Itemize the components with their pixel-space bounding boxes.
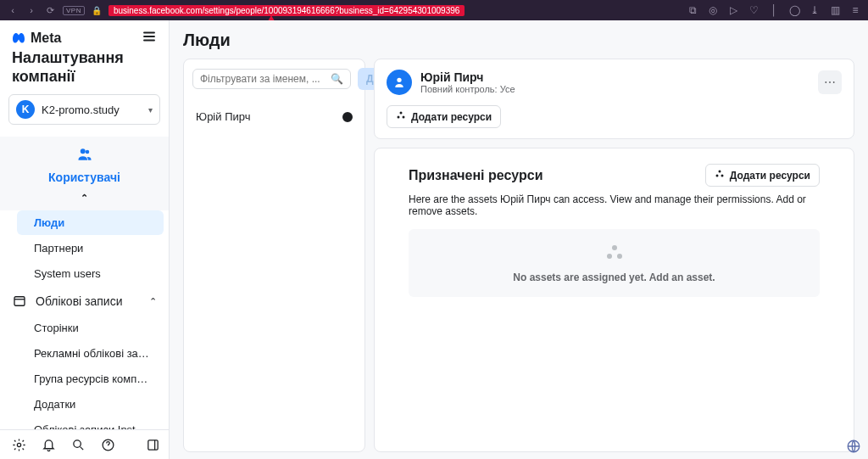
chevron-up-icon: ⌃ <box>81 193 88 204</box>
triad-icon <box>715 169 725 182</box>
forward-button[interactable]: › <box>25 4 37 16</box>
caret-down-icon: ▾ <box>148 105 153 115</box>
person-name: Юрій Пирч <box>196 110 250 123</box>
account-avatar: K <box>16 100 35 119</box>
screenshot-icon[interactable]: ⧉ <box>687 4 698 16</box>
search-icon[interactable] <box>71 437 86 452</box>
detail-person-name: Юрій Пирч <box>420 70 810 84</box>
svg-point-14 <box>718 171 721 173</box>
svg-point-13 <box>403 116 405 119</box>
nav-item-apps[interactable]: Додатки <box>17 392 164 417</box>
person-detail-card: Юрій Пирч Повний контроль: Усе ⋯ Додати … <box>374 59 854 139</box>
triad-icon <box>396 110 406 123</box>
detail-column: Юрій Пирч Повний контроль: Усе ⋯ Додати … <box>374 59 854 452</box>
radio-selected-icon[interactable] <box>342 112 353 122</box>
svg-point-16 <box>721 175 723 177</box>
nav-item-partners[interactable]: Партнери <box>17 236 164 260</box>
vpn-badge[interactable]: VPN <box>63 6 85 15</box>
person-avatar <box>387 70 412 95</box>
add-resources-label: Додати ресурси <box>411 111 492 123</box>
heart-icon[interactable]: ♡ <box>748 4 760 16</box>
chevron-up-icon: ⌃ <box>149 296 157 307</box>
divider: │ <box>768 4 780 16</box>
svg-point-17 <box>612 245 617 250</box>
brand-name: Meta <box>31 31 61 46</box>
settings-title: Налаштування компанії <box>12 49 157 86</box>
assets-empty-state: No assets are assigned yet. Add an asset… <box>409 229 820 297</box>
bell-icon[interactable] <box>42 437 56 452</box>
add-resources-button[interactable]: Додати ресурси <box>387 105 501 128</box>
main-content: Люди 🔍 Додати Юрій Пирч <box>170 20 868 459</box>
back-button[interactable]: ‹ <box>7 4 19 16</box>
nav-item-ad-accounts[interactable]: Рекламні облікові записи <box>17 341 164 366</box>
camera-icon[interactable]: ◎ <box>707 4 719 16</box>
assets-add-button[interactable]: Додати ресурси <box>705 164 820 187</box>
users-icon <box>77 147 92 162</box>
help-icon[interactable] <box>101 437 115 452</box>
user-icon[interactable]: ◯ <box>788 4 800 16</box>
svg-point-15 <box>715 175 718 177</box>
nav-accounts-label: Облікові записи <box>36 294 141 308</box>
svg-point-8 <box>74 439 81 447</box>
filter-input[interactable] <box>200 73 327 85</box>
nav-item-pages[interactable]: Сторінки <box>17 316 164 340</box>
svg-point-19 <box>617 254 622 259</box>
settings-icon[interactable] <box>12 437 26 452</box>
extensions-icon[interactable]: ▥ <box>829 4 841 16</box>
assets-card: Призначені ресурси Додати ресурси Here a… <box>374 148 854 452</box>
browser-chrome: ‹ › ⟳ VPN 🔒 business.facebook.com/settin… <box>0 0 868 20</box>
menu-icon[interactable]: ≡ <box>849 4 861 16</box>
nav-item-asset-groups[interactable]: Група ресурсів компанії <box>17 367 164 391</box>
page-title: Люди <box>183 31 854 50</box>
svg-rect-2 <box>14 297 25 306</box>
people-list-card: 🔍 Додати Юрій Пирч <box>183 59 365 452</box>
lock-icon: 🔒 <box>92 6 102 15</box>
empty-triad-icon <box>422 243 806 266</box>
nav-users-label: Користувачі <box>48 171 120 184</box>
brand: Meta <box>12 31 61 46</box>
svg-point-18 <box>607 254 612 259</box>
sidebar: Meta Налаштування компанії K K2-promo.st… <box>0 20 170 459</box>
play-icon[interactable]: ▷ <box>727 4 739 16</box>
svg-rect-10 <box>148 439 158 449</box>
assets-add-label: Додати ресурси <box>730 170 810 182</box>
chrome-right-icons: ⧉ ◎ ▷ ♡ │ ◯ ⤓ ▥ ≡ <box>687 4 861 16</box>
accounts-icon <box>12 294 27 309</box>
reload-button[interactable]: ⟳ <box>44 4 56 16</box>
search-icon: 🔍 <box>331 73 343 85</box>
account-name: K2-promo.study <box>42 104 142 116</box>
more-options-button[interactable]: ⋯ <box>818 70 842 94</box>
globe-icon[interactable] <box>846 439 861 454</box>
sidebar-nav: Користувачі ⌃ Люди Партнери System users… <box>0 137 169 429</box>
detail-person-subtitle: Повний контроль: Усе <box>420 84 810 94</box>
filter-box[interactable]: 🔍 <box>192 69 351 89</box>
assets-description: Here are the assets Юрій Пирч can access… <box>409 193 820 217</box>
person-row[interactable]: Юрій Пирч <box>192 104 356 130</box>
assets-title: Призначені ресурси <box>409 168 543 183</box>
collapse-icon[interactable] <box>146 437 160 452</box>
nav-item-instagram[interactable]: Облікові записи Instagram <box>17 417 164 429</box>
sidebar-bottom <box>0 429 169 459</box>
nav-accounts-header[interactable]: Облікові записи ⌃ <box>0 287 169 316</box>
svg-point-7 <box>17 443 20 446</box>
nav-users-header[interactable]: Користувачі ⌃ <box>0 137 169 210</box>
hamburger-icon[interactable] <box>142 29 157 48</box>
svg-point-12 <box>398 116 400 119</box>
account-selector[interactable]: K K2-promo.study ▾ <box>8 94 160 125</box>
address-bar[interactable]: business.facebook.com/settings/people/10… <box>108 5 465 16</box>
nav-item-system-users[interactable]: System users <box>17 261 164 286</box>
assets-empty-text: No assets are assigned yet. Add an asset… <box>422 271 806 283</box>
svg-point-11 <box>400 112 403 115</box>
nav-item-people[interactable]: Люди <box>17 210 164 235</box>
meta-logo-icon <box>12 31 27 46</box>
download-icon[interactable]: ⤓ <box>809 4 821 16</box>
